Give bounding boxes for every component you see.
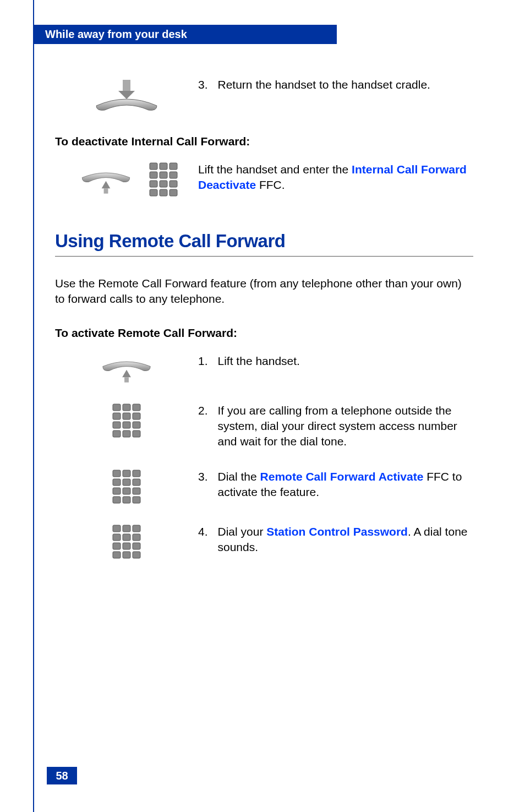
intro-paragraph: Use the Remote Call Forward feature (fro… xyxy=(55,276,473,307)
svg-rect-40 xyxy=(123,497,130,503)
step-text: 3. Return the handset to the handset cra… xyxy=(198,77,473,92)
svg-rect-17 xyxy=(124,377,129,382)
keypad-icon xyxy=(149,162,179,198)
icon-column xyxy=(55,162,198,198)
svg-rect-0 xyxy=(123,80,130,91)
svg-rect-47 xyxy=(133,534,140,541)
svg-rect-14 xyxy=(160,189,167,196)
svg-rect-18 xyxy=(113,404,121,411)
svg-marker-16 xyxy=(122,370,131,377)
deactivate-heading: To deactivate Internal Call Forward: xyxy=(55,135,473,148)
svg-rect-45 xyxy=(113,534,121,541)
svg-rect-15 xyxy=(169,189,177,196)
svg-marker-2 xyxy=(102,181,111,188)
step-number: 2. xyxy=(198,403,208,450)
activate-step-4: 4. Dial your Station Control Password. A… xyxy=(55,524,473,560)
svg-rect-41 xyxy=(133,497,140,503)
svg-rect-27 xyxy=(113,430,121,437)
svg-marker-1 xyxy=(118,91,135,99)
svg-rect-3 xyxy=(104,188,108,193)
section-heading: Using Remote Call Forward xyxy=(55,231,473,257)
svg-rect-31 xyxy=(123,470,130,477)
svg-rect-23 xyxy=(133,413,140,419)
step-text: 1. Lift the handset. xyxy=(198,353,473,369)
ffc-link[interactable]: Remote Call Forward Activate xyxy=(260,470,424,483)
svg-rect-36 xyxy=(113,488,121,494)
text-before: Dial the xyxy=(218,470,260,483)
header-title: While away from your desk xyxy=(45,28,187,40)
svg-rect-11 xyxy=(160,181,167,187)
page-content: 3. Return the handset to the handset cra… xyxy=(55,77,473,579)
svg-rect-10 xyxy=(150,181,157,187)
page-header: While away from your desk xyxy=(34,25,337,44)
svg-rect-39 xyxy=(113,497,121,503)
svg-rect-5 xyxy=(160,163,167,170)
icon-column xyxy=(55,353,198,384)
step-return-handset: 3. Return the handset to the handset cra… xyxy=(55,77,473,116)
keypad-icon xyxy=(112,403,142,439)
icon-column xyxy=(55,403,198,439)
svg-rect-24 xyxy=(113,422,121,428)
handset-pickup-icon xyxy=(74,165,138,195)
svg-rect-26 xyxy=(133,422,140,428)
activate-step-1: 1. Lift the handset. xyxy=(55,353,473,384)
svg-rect-21 xyxy=(113,413,121,419)
svg-rect-34 xyxy=(123,479,130,486)
step-text: 3. Dial the Remote Call Forward Activate… xyxy=(198,469,473,500)
svg-rect-46 xyxy=(123,534,130,541)
svg-rect-48 xyxy=(113,543,121,549)
activate-heading: To activate Remote Call Forward: xyxy=(55,326,473,340)
svg-rect-30 xyxy=(113,470,121,477)
step-body: If you are calling from a telephone outs… xyxy=(218,403,473,450)
svg-rect-43 xyxy=(123,525,130,532)
svg-rect-6 xyxy=(169,163,177,170)
icon-column xyxy=(55,77,198,116)
svg-rect-37 xyxy=(123,488,130,494)
step-number: 4. xyxy=(198,524,208,555)
svg-rect-35 xyxy=(133,479,140,486)
svg-rect-22 xyxy=(123,413,130,419)
text-before: Lift the handset and enter the xyxy=(198,163,352,176)
svg-rect-51 xyxy=(113,552,121,558)
page-number: 58 xyxy=(47,767,77,784)
keypad-icon xyxy=(112,524,142,560)
handset-pickup-icon xyxy=(91,353,162,384)
step-body: Dial the Remote Call Forward Activate FF… xyxy=(218,469,473,500)
text-after: FFC. xyxy=(256,178,285,191)
step-number: 3. xyxy=(198,469,208,500)
svg-rect-33 xyxy=(113,479,121,486)
keypad-icon xyxy=(112,469,142,505)
step-text: Lift the handset and enter the Internal … xyxy=(198,162,473,193)
step-body: Return the handset to the handset cradle… xyxy=(218,77,430,92)
ffc-link[interactable]: Station Control Password xyxy=(266,525,408,538)
svg-rect-44 xyxy=(133,525,140,532)
icon-column xyxy=(55,524,198,560)
svg-rect-4 xyxy=(150,163,157,170)
svg-rect-19 xyxy=(123,404,130,411)
svg-rect-8 xyxy=(160,172,167,178)
step-body: Lift the handset. xyxy=(218,353,300,369)
step-text: 4. Dial your Station Control Password. A… xyxy=(198,524,473,555)
svg-rect-12 xyxy=(169,181,177,187)
svg-rect-49 xyxy=(123,543,130,549)
svg-rect-29 xyxy=(133,430,140,437)
svg-rect-38 xyxy=(133,488,140,494)
activate-step-2: 2. If you are calling from a telephone o… xyxy=(55,403,473,450)
step-number: 1. xyxy=(198,353,208,369)
step-body: Lift the handset and enter the Internal … xyxy=(198,162,473,193)
svg-rect-50 xyxy=(133,543,140,549)
step-number: 3. xyxy=(198,77,208,92)
svg-rect-42 xyxy=(113,525,121,532)
svg-rect-7 xyxy=(150,172,157,178)
svg-rect-25 xyxy=(123,422,130,428)
handset-hangup-icon xyxy=(91,77,162,116)
svg-rect-9 xyxy=(169,172,177,178)
svg-rect-52 xyxy=(123,552,130,558)
step-deactivate: Lift the handset and enter the Internal … xyxy=(55,162,473,198)
svg-rect-13 xyxy=(150,189,157,196)
step-text: 2. If you are calling from a telephone o… xyxy=(198,403,473,450)
activate-step-3: 3. Dial the Remote Call Forward Activate… xyxy=(55,469,473,505)
svg-rect-20 xyxy=(133,404,140,411)
icon-column xyxy=(55,469,198,505)
step-body: Dial your Station Control Password. A di… xyxy=(218,524,473,555)
